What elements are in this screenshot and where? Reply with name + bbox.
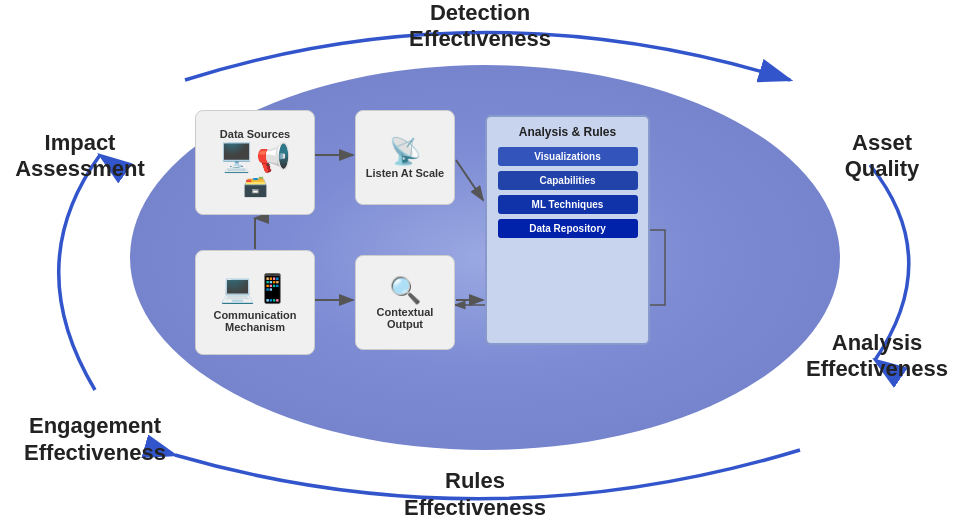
rules-line1: Rules [445, 468, 505, 493]
label-engagement: Engagement Effectiveness [0, 413, 190, 466]
label-analysis-effectiveness: Analysis Effectiveness [792, 330, 962, 383]
ml-text: ML Techniques [532, 199, 604, 210]
comm-icon: 💻📱 [220, 272, 290, 305]
data-sources-icon2: 🗃️ [243, 174, 268, 198]
comm-mechanism-label: Communication Mechanism [202, 309, 308, 333]
detection-line1: Detection [430, 0, 530, 25]
label-asset: Asset Quality [802, 130, 962, 183]
label-impact: Impact Assessment [0, 130, 160, 183]
analysis-eff-line1: Analysis [832, 330, 923, 355]
contextual-label: Contextual Output [362, 306, 448, 330]
asset-line2: Quality [845, 156, 920, 181]
impact-line2: Assessment [15, 156, 145, 181]
layer-data-repository: Data Repository [498, 219, 638, 238]
data-sources-icon: 🖥️📢 [219, 144, 291, 172]
box-contextual-output: 🔍 Contextual Output [355, 255, 455, 350]
asset-line1: Asset [852, 130, 912, 155]
listen-text: Listen At Scale [366, 167, 444, 179]
label-rules: Rules Effectiveness [340, 468, 610, 521]
contextual-icon: 🔍 [389, 275, 421, 306]
impact-line1: Impact [45, 130, 116, 155]
viz-text: Visualizations [534, 151, 601, 162]
analysis-rules-header: Analysis & Rules [519, 125, 616, 139]
layer-ml-techniques: ML Techniques [498, 195, 638, 214]
layer-visualizations: Visualizations [498, 147, 638, 166]
box-data-sources: Data Sources 🖥️📢 🗃️ [195, 110, 315, 215]
rules-line2: Effectiveness [404, 495, 546, 520]
engagement-line1: Engagement [29, 413, 161, 438]
detection-line2: Effectiveness [409, 26, 551, 51]
engagement-line2: Effectiveness [24, 440, 166, 465]
listen-icon: 📡 [389, 136, 421, 167]
box-comm-mechanism: 💻📱 Communication Mechanism [195, 250, 315, 355]
layer-capabilities: Capabilities [498, 171, 638, 190]
listen-label: Listen At Scale [366, 167, 444, 179]
comm-mechanism-text: Communication Mechanism [213, 309, 296, 333]
analysis-eff-line2: Effectiveness [806, 356, 948, 381]
data-sources-title: Data Sources [220, 128, 290, 140]
box-analysis-rules: Analysis & Rules Visualizations Capabili… [485, 115, 650, 345]
diagram-container: Detection Effectiveness Asset Quality An… [0, 0, 972, 526]
contextual-text: Contextual Output [377, 306, 434, 330]
box-listen-at-scale: 📡 Listen At Scale [355, 110, 455, 205]
repo-text: Data Repository [529, 223, 606, 234]
cap-text: Capabilities [539, 175, 595, 186]
label-detection: Detection Effectiveness [350, 0, 610, 53]
